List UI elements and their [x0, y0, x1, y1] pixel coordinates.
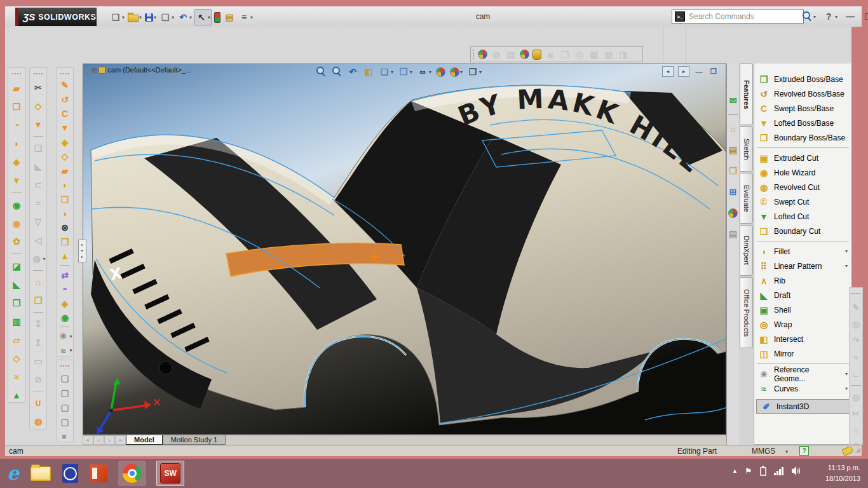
dropdown-arrow[interactable]: ▾ — [122, 15, 125, 20]
split-line-button[interactable]: ✂ — [32, 80, 44, 95]
dropdown-arrow[interactable]: ▾ — [43, 256, 45, 262]
help-status-icon[interactable]: ? — [799, 446, 809, 456]
sweep-path-button[interactable]: ✎ — [58, 79, 71, 91]
next-tab-button[interactable]: › — [104, 435, 115, 445]
taskbar-clock[interactable]: 11:13 p.m. 18/10/2013 — [812, 463, 860, 484]
boundary-boss-button[interactable]: ◈ — [58, 137, 71, 148]
hide-show-items-button[interactable]: ∞▾ — [416, 64, 432, 79]
zoom-to-fit-button[interactable] — [315, 64, 327, 79]
graphics-viewport[interactable]: X BY MAKK HILL — [83, 64, 726, 435]
dropdown-arrow[interactable]: ▾ — [845, 263, 848, 269]
filled-surface-button[interactable]: ▼ — [10, 173, 23, 187]
file-explorer-icon[interactable] — [30, 466, 51, 481]
resize-grip[interactable]: ◢ — [855, 446, 860, 453]
dropdown-arrow[interactable]: ▾ — [391, 69, 393, 75]
network-signal-icon[interactable] — [774, 466, 784, 475]
revolved-surface-button[interactable]: ❐ — [10, 100, 23, 114]
mirror-command[interactable]: ◫Mirror — [754, 346, 851, 361]
reference-geometry-command[interactable]: ✳Reference Geome...▾ — [754, 367, 851, 381]
chrome-icon[interactable] — [118, 461, 146, 486]
curves-button[interactable]: ≈▾ — [57, 345, 72, 356]
dropdown-arrow[interactable]: ▾ — [139, 15, 142, 20]
boundary-surface-button[interactable]: ◈ — [10, 155, 23, 169]
vent-button[interactable]: ▲ — [58, 250, 71, 262]
tab-office-products[interactable]: Office Products — [740, 277, 753, 348]
dropdown-arrow[interactable]: ▾ — [69, 348, 72, 353]
internet-explorer-icon[interactable]: e — [6, 466, 20, 481]
new-document-button[interactable]: ❏▾ — [109, 10, 125, 25]
core-pin-button[interactable]: ❒ — [32, 293, 44, 308]
hole-wizard-command[interactable]: ◉Hole Wizard — [754, 165, 851, 180]
revolved-boss-base-command[interactable]: ↺Revolved Boss/Base — [754, 86, 851, 101]
move-face-button[interactable]: ⇄ — [58, 269, 71, 280]
intersect-command[interactable]: ◧Intersect — [754, 332, 851, 346]
collapse-pane-left-button[interactable]: ◂ — [662, 66, 674, 77]
collapsed-pane-expander[interactable]: ▸ ▸ ▸ — [78, 240, 86, 262]
display-style-button[interactable]: ❒▾ — [397, 64, 413, 79]
dropdown-arrow[interactable]: ▾ — [154, 15, 156, 20]
shape-button[interactable]: ◉ — [58, 312, 71, 323]
swept-cut-command[interactable]: ©Swept Cut — [754, 194, 851, 209]
resources-home-icon[interactable]: ⌂ — [727, 121, 740, 137]
prev-tab-button[interactable]: ‹ — [93, 435, 104, 445]
freeform-button[interactable]: ◉ — [10, 198, 23, 212]
dropdown-arrow[interactable]: ▾ — [813, 14, 816, 20]
search-commands-box[interactable]: >_ — [672, 10, 804, 24]
edit-scene-button[interactable] — [519, 47, 530, 62]
planar-surface-button[interactable]: ▱ — [10, 333, 23, 347]
dropdown-arrow[interactable]: ▾ — [460, 69, 463, 75]
appearances-icon[interactable] — [728, 205, 738, 220]
rebuild-button[interactable] — [214, 10, 221, 25]
replace-face-button[interactable]: ✿ — [10, 235, 23, 249]
extruded-boss-base-command[interactable]: ❒Extruded Boss/Base — [754, 72, 851, 86]
view-palette-icon[interactable]: ⊞ — [727, 184, 740, 200]
top-view-button[interactable]: ▢ — [58, 402, 71, 413]
lofted-boss-base-command[interactable]: ▼Lofted Boss/Base — [754, 116, 851, 130]
battery-icon[interactable] — [759, 466, 767, 476]
bend-button[interactable]: ◖ — [58, 208, 71, 219]
box-feature-button[interactable]: ❒ — [58, 236, 71, 248]
revolved-cut-command[interactable]: ◍Revolved Cut — [754, 180, 851, 194]
pattern-cubes-button[interactable]: ❐ — [58, 193, 71, 205]
expand-pane-right-button[interactable]: ▸ — [678, 66, 689, 77]
custom-properties-icon[interactable]: ▤ — [727, 226, 740, 241]
untrim-surface-button[interactable]: ▥ — [10, 315, 23, 329]
search-input[interactable] — [688, 11, 801, 22]
edit-appearance-button[interactable] — [435, 64, 446, 79]
file-explorer-icon[interactable]: ❒ — [727, 163, 740, 179]
lofted-cut-command[interactable]: ▼Lofted Cut — [754, 209, 851, 224]
isometric-view-button[interactable]: ▢ — [58, 416, 71, 428]
linear-pattern-command[interactable]: ⠿Linear Pattern▾ — [754, 259, 851, 273]
delete-face-button[interactable]: ◉ — [10, 217, 23, 231]
print-button[interactable]: ❑▾ — [159, 10, 175, 25]
dropdown-arrow[interactable]: ▾ — [845, 248, 848, 254]
flex-button[interactable]: ◗ — [58, 179, 71, 191]
tab-motion-study-1[interactable]: Motion Study 1 — [163, 435, 226, 445]
dropdown-arrow[interactable]: ▾ — [172, 15, 174, 20]
extend-surface-button[interactable]: ◪ — [10, 259, 23, 273]
shell-command[interactable]: ▣Shell — [754, 302, 851, 317]
feature-tree-root[interactable]: ⊞ cam (Default<<Default>_... — [92, 66, 191, 74]
undercut-analysis-button[interactable]: ▼ — [32, 117, 44, 132]
expand-views-button[interactable]: » — [58, 431, 71, 442]
options-button[interactable]: ≡▾ — [238, 10, 254, 25]
open-button[interactable]: ▾ — [127, 10, 142, 25]
tab-features[interactable]: Features — [740, 64, 753, 125]
save-button[interactable]: ▾ — [144, 10, 157, 25]
fillet-command[interactable]: ◖Fillet▾ — [754, 244, 851, 259]
delete-body-button[interactable]: ⊗ — [58, 222, 71, 233]
search-magnifier-icon[interactable]: ▾ — [801, 9, 817, 24]
rib-command[interactable]: ∧Rib — [754, 273, 851, 288]
menu-expand-arrow[interactable]: ▸ — [93, 13, 97, 19]
knit-surface-button[interactable]: ❒ — [10, 296, 23, 310]
edit-appearance-button[interactable] — [477, 47, 488, 62]
swept-boss-base-command[interactable]: CSwept Boss/Base — [754, 101, 851, 116]
lofted-surface-button[interactable]: ◗ — [10, 137, 23, 151]
dropdown-arrow[interactable]: ▾ — [189, 15, 192, 20]
restore-button[interactable]: ❐ — [862, 9, 868, 24]
thicken-button[interactable]: ▲ — [10, 388, 23, 402]
previous-view-button[interactable]: ↶ — [346, 64, 359, 79]
curves-command[interactable]: ≈Curves▾ — [754, 381, 851, 396]
zoom-to-area-button[interactable] — [330, 64, 343, 79]
instant3d-command[interactable]: ✐Instant3D — [756, 399, 850, 414]
